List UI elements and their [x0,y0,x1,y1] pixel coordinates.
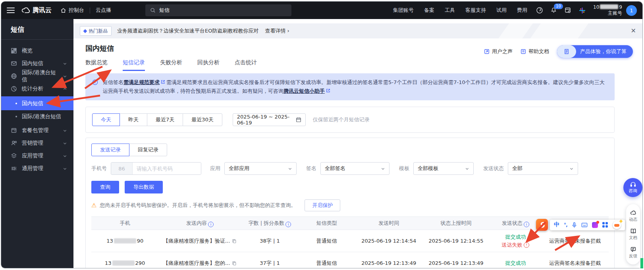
last30days-button[interactable]: 最近30天 [183,113,222,126]
sogou-logo-icon[interactable]: S [536,219,548,231]
ime-mode-chinese[interactable]: 中 [554,221,559,228]
menu-support[interactable]: 客服支持 [465,7,486,14]
sidebar-item-overview[interactable]: 概览 [1,44,73,57]
signature-select[interactable]: 全部签名 [320,162,389,175]
tab-click-stats[interactable]: 点击统计 [235,59,257,71]
status-cell: 提交成功 送达失败! [490,230,541,252]
tab-data-overview[interactable]: 数据总览 [85,59,108,71]
global-search-input[interactable]: 短信 [145,4,291,16]
today-button[interactable]: 今天 [92,113,120,126]
reply-records-tab[interactable]: 回复记录 [129,144,167,156]
sidebar-item-statistics[interactable]: 统计分析 [1,82,73,95]
enable-protection-button[interactable]: 开启保护 [305,199,340,211]
sidebar-item-general-mgmt[interactable]: 通用管理 [1,162,73,175]
yesterday-button[interactable]: 昨天 [120,113,147,126]
phone-cell: 1390 [91,230,158,252]
ime-punctuation-icon[interactable]: °‚ [564,222,567,228]
side-toolbar: 动态 文档 反馈 [626,204,640,264]
menu-billing[interactable]: 费用 [517,7,527,14]
date-range-picker[interactable]: 2025-06-19 ~ 2025-06-19 [233,113,306,126]
sidebar-item-marketing-mgmt[interactable]: 营销管理 [1,137,73,149]
notifications-button[interactable]: 10 [550,6,557,14]
headset-icon [630,181,636,188]
ime-skin-icon[interactable] [592,222,598,228]
info-icon [92,79,98,85]
country-code-prefix[interactable]: 86 [111,163,133,174]
sms-assistant-link[interactable]: 腾讯云短信小助手 [283,88,325,94]
menu-group-account[interactable]: 集团账号 [393,7,414,14]
export-data-button[interactable]: 导出数据 [125,181,163,193]
chevron-down-icon [63,128,67,133]
tab-sms-records[interactable]: 短信记录 [123,59,145,71]
ime-assistant-icon[interactable] [613,221,621,229]
retention-hint: 仅保留近两个月短信记录 [313,116,370,123]
send-time-cell: 2025-06-19 12:13:49 [355,252,422,268]
ai-assistant-icon[interactable] [578,7,586,14]
divider [90,8,90,13]
close-icon[interactable]: ✕ [631,23,636,38]
sidebar-subitem-domestic-sms-stats[interactable]: 国内短信 [1,96,73,110]
chevron-down-icon [63,141,67,146]
consult-floating-button[interactable]: 咨询 [623,178,642,197]
template-label: 模板 [399,165,409,172]
chevron-down-icon [63,167,67,171]
send-status-select[interactable]: 全部 [508,162,578,175]
user-voice-link[interactable]: 用户之声 [484,48,513,55]
query-button[interactable]: 查询 [91,181,119,193]
product-experience-button[interactable]: 产品体验，你说了算 [557,45,633,58]
sidebar-item-package-mgmt[interactable]: 套餐包管理 [1,124,73,137]
menu-tools[interactable]: 工具 [445,7,455,14]
hamburger-menu-icon[interactable] [7,8,15,13]
dynamic-item[interactable]: 动态 [629,210,637,222]
page-tabs: 数据总览 短信记录 失败分析 回执分析 点击统计 [85,59,257,71]
send-records-tab[interactable]: 发送记录 [91,144,129,156]
warning-icon: ⚠ [91,202,96,209]
action-buttons: 查询 导出数据 [91,181,609,193]
chevron-down-icon [63,154,67,158]
ime-toolbox-icon[interactable] [602,222,608,228]
help-circle-icon[interactable] [536,7,543,14]
status-delivery-failed: 送达失败! [490,241,541,249]
error-info-icon[interactable]: ! [524,242,529,248]
template-select[interactable]: 全部模板 [413,162,474,175]
sidebar-subitem-intl-sms-stats[interactable]: 国际/港澳台短信 [1,110,73,123]
promo-details-link[interactable]: 查看详情 › [265,27,289,34]
feedback-item[interactable]: 反馈 [629,246,637,259]
book-icon [630,228,636,234]
spec-requirement-link[interactable]: 需满足规范要求 [123,79,160,85]
info-icon[interactable]: i [208,222,214,227]
tab-receipt-analysis[interactable]: 回执分析 [197,59,220,71]
product-tab-vod[interactable]: 云点播 [96,7,111,14]
chevron-down-icon [288,167,292,171]
cloud-refresh-icon [630,210,636,216]
phone-number-input[interactable] [133,163,201,174]
last7days-button[interactable]: 最近7天 [147,113,183,126]
workorder-icon[interactable] [564,7,571,14]
sidebar-item-intl-sms[interactable]: 国际/港澳台短信 [1,70,73,82]
account-info[interactable]: 109 主账号 [593,4,622,16]
avatar[interactable]: 1 [626,5,637,16]
menu-icp[interactable]: 备案 [424,7,434,14]
page-header-links: 用户之声 帮助文档 产品体验，你说了算 [484,45,633,58]
ime-keyboard-icon[interactable] [581,222,588,228]
table-row: 13290 【痛康精准医疗服务】您的... 37字 | 1 普通短信 2025-… [91,252,609,268]
menu-trial[interactable]: 试用 [496,7,507,14]
tencent-cloud-logo[interactable]: 腾讯云 [21,6,52,15]
sidebar-item-domestic-sms[interactable]: 国内短信 [1,57,73,70]
info-icon[interactable]: i [524,222,529,227]
ime-bar: 中 °‚ [550,220,625,230]
tab-failure-analysis[interactable]: 失败分析 [160,59,182,71]
docs-item[interactable]: 文档 [629,228,637,241]
encryption-warning: ⚠ 您尚未开启手机号码加密保护。开启后，手机号将加密展示，但不影响您的正常查询。… [91,199,609,211]
app-select[interactable]: 全部应用 [224,162,297,175]
info-icon[interactable]: i [285,222,291,227]
copy-icon[interactable] [232,261,237,266]
help-docs-link[interactable]: 帮助文档 [521,48,549,55]
console-link[interactable]: 控制台 [60,7,84,14]
status-cell: 提交成功 [490,252,541,268]
ime-mic-icon[interactable] [572,222,577,228]
phone-cell: 13290 [91,252,158,268]
copy-icon[interactable] [232,239,237,243]
sidebar-item-app-mgmt[interactable]: 应用管理 [1,149,73,162]
remark-cell: 运营商签名未报备拦截 [542,252,609,268]
